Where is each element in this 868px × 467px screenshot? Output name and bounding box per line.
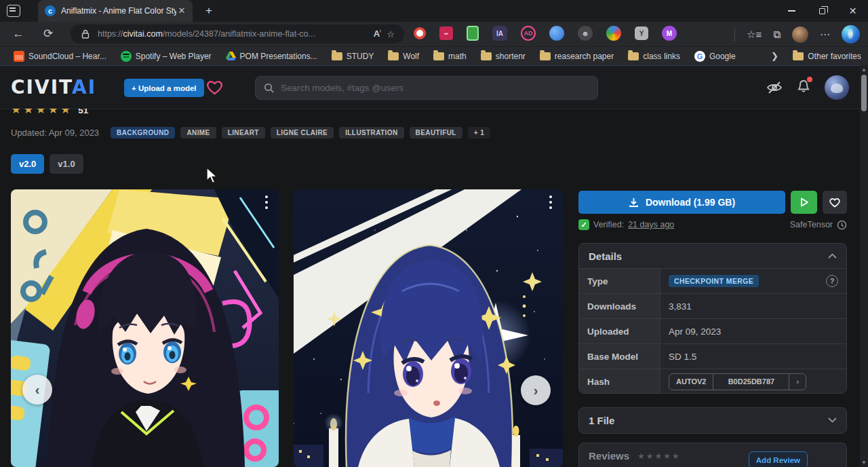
help-icon[interactable]: ? <box>826 275 838 287</box>
play-icon <box>799 197 810 208</box>
extension-icon[interactable]: M <box>662 26 677 41</box>
tag-pill[interactable]: BACKGROUND <box>111 127 175 138</box>
details-header[interactable]: Details <box>579 244 846 268</box>
tag-pill[interactable]: LINEART <box>222 127 265 138</box>
hash-expand-button[interactable]: › <box>789 374 806 390</box>
refresh-button[interactable]: ⟳ <box>41 26 56 41</box>
version-button-v1[interactable]: v1.0 <box>50 154 83 174</box>
search-bar[interactable] <box>255 76 598 100</box>
updated-date: Updated: Apr 09, 2023 <box>11 128 99 138</box>
copilot-icon[interactable] <box>842 25 860 43</box>
folder-icon <box>332 52 342 60</box>
image-options-menu-icon[interactable] <box>546 195 555 209</box>
tab-close-icon[interactable]: ✕ <box>176 5 187 16</box>
favorites-menu-icon[interactable]: ☆≡ <box>747 29 762 41</box>
browser-toolbar: ← ⟳ https://civitai.com/models/24387/ani… <box>0 22 868 46</box>
notifications-button[interactable] <box>796 79 811 96</box>
details-panel: Details Type CHECKPOINT MERGE? Downloads… <box>578 243 847 394</box>
settings-menu-icon[interactable]: ⋯ <box>820 29 830 41</box>
detail-row-type: Type CHECKPOINT MERGE? <box>579 268 846 293</box>
extension-icon[interactable] <box>467 26 479 41</box>
extension-icon[interactable]: AD <box>521 26 536 41</box>
image-options-menu-icon[interactable] <box>262 195 271 209</box>
bookmark-folder[interactable]: Wolf <box>384 50 423 62</box>
liked-models-heart-icon[interactable] <box>205 79 224 96</box>
tag-pill[interactable]: ANIME <box>180 127 216 138</box>
back-button[interactable]: ← <box>11 26 26 41</box>
verified-label: Verified: <box>593 220 624 229</box>
folder-icon <box>628 52 639 60</box>
verified-badge-icon: ✓ <box>578 219 589 230</box>
new-tab-button[interactable]: + <box>202 4 216 18</box>
address-bar[interactable]: https://civitai.com/models/24387/aniflat… <box>71 24 404 43</box>
extension-icon[interactable] <box>414 27 426 39</box>
upload-model-button[interactable]: + Upload a model <box>124 79 204 97</box>
extension-icon[interactable]: Y <box>635 26 648 40</box>
extension-icon[interactable] <box>606 26 621 41</box>
collections-icon[interactable]: ⧉ <box>773 29 781 41</box>
bookmark-folder[interactable]: class links <box>624 50 684 62</box>
window-restore-button[interactable] <box>807 0 837 22</box>
browser-profile-avatar[interactable] <box>792 26 808 43</box>
model-preview-image-2[interactable] <box>294 189 563 467</box>
read-aloud-icon[interactable]: Aᵎ <box>370 29 384 39</box>
tag-pill[interactable]: LIGNE CLAIRE <box>271 127 334 138</box>
add-favorite-star-icon[interactable]: ☆ <box>384 29 397 39</box>
verified-time-link[interactable]: 21 days ago <box>628 220 674 229</box>
add-review-button[interactable]: Add Review <box>749 451 808 467</box>
tag-pill[interactable]: BEAUTIFUL <box>410 127 462 138</box>
folder-icon <box>481 52 492 60</box>
bookmark-item[interactable]: POM Presentations... <box>222 50 321 62</box>
tag-pill[interactable]: ILLUSTRATION <box>339 127 403 138</box>
carousel-next-button[interactable]: › <box>521 375 551 405</box>
favorite-button[interactable] <box>823 191 847 214</box>
other-favorites[interactable]: Other favorites <box>793 52 861 61</box>
folder-icon <box>793 52 804 60</box>
extension-icon[interactable]: ▪▪ <box>439 26 453 40</box>
carousel-prev-button[interactable]: ‹ <box>22 375 52 405</box>
lock-icon <box>79 29 92 39</box>
window-minimize-button[interactable] <box>776 0 807 22</box>
browser-tab[interactable]: c Aniflatmix - Anime Flat Color Sty ✕ <box>38 0 193 22</box>
rating-stars-icon: ★★★★★51 <box>11 109 88 117</box>
extension-icon[interactable] <box>549 26 564 41</box>
scan-clock-icon[interactable] <box>837 220 847 230</box>
bookmark-item[interactable]: Spotify – Web Player <box>117 50 216 63</box>
bookmark-folder[interactable]: shortenr <box>477 50 530 62</box>
bookmark-item[interactable]: SoundCloud – Hear... <box>9 50 111 63</box>
tab-workspaces-icon[interactable] <box>7 5 20 17</box>
folder-icon <box>433 52 444 60</box>
model-preview-image-1[interactable] <box>11 189 279 467</box>
model-type-badge[interactable]: CHECKPOINT MERGE <box>669 275 759 287</box>
files-header[interactable]: 1 File <box>579 408 846 432</box>
site-favicon: c <box>45 5 56 16</box>
reviews-panel: Reviews ★★★★★ Add Review <box>578 443 847 467</box>
chevron-down-icon <box>828 417 837 423</box>
scrollbar-thumb[interactable] <box>861 75 867 111</box>
tags-more-pill[interactable]: + 1 <box>468 127 490 138</box>
bookmark-folder[interactable]: math <box>429 50 471 62</box>
download-button[interactable]: Download (1.99 GB) <box>578 191 785 214</box>
browsing-level-eye-off-icon[interactable] <box>766 80 783 95</box>
hash-algo-label: AUTOV2 <box>669 374 713 390</box>
scroll-down-arrow-icon[interactable]: ▼ <box>860 460 868 466</box>
file-format-label: SafeTensor <box>790 220 833 229</box>
search-input[interactable] <box>281 83 589 93</box>
bookmarks-bar: SoundCloud – Hear... Spotify – Web Playe… <box>0 46 868 65</box>
user-avatar[interactable] <box>825 75 849 100</box>
bookmark-item[interactable]: GGoogle <box>690 50 740 63</box>
bookmark-folder[interactable]: STUDY <box>328 50 378 62</box>
scroll-up-arrow-icon[interactable]: ▲ <box>860 67 868 73</box>
bookmarks-overflow-chevron-icon[interactable]: ❯ <box>771 51 778 61</box>
extension-icon[interactable]: ☻ <box>578 26 593 41</box>
hash-value[interactable]: B0D25DB787 <box>713 374 789 390</box>
extension-icon[interactable]: IA <box>492 26 507 41</box>
civitai-logo[interactable]: CIVITAI <box>11 76 96 98</box>
run-model-button[interactable] <box>791 191 817 214</box>
page-scrollbar[interactable]: ▲ ▼ <box>860 65 868 467</box>
bookmark-folder[interactable]: reasearch paper <box>536 50 618 62</box>
detail-row-hash: Hash AUTOV2 B0D25DB787 › <box>579 369 846 394</box>
version-button-v2[interactable]: v2.0 <box>11 154 44 174</box>
drive-icon <box>226 52 236 61</box>
window-close-button[interactable]: ✕ <box>837 0 868 22</box>
